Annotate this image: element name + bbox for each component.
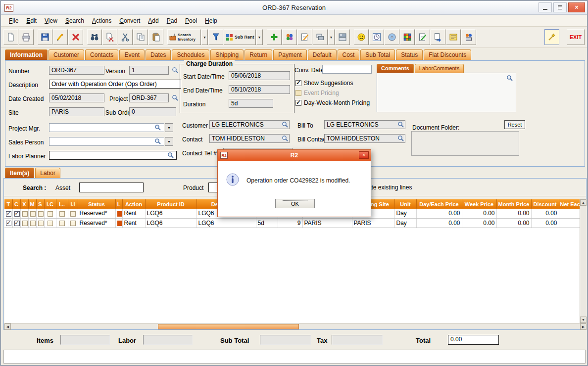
row-checkbox-cell[interactable] (44, 209, 56, 218)
export-button[interactable] (431, 29, 445, 45)
tab-labor-comments[interactable]: LaborComments (415, 64, 464, 73)
grid-column-header-17[interactable]: Unit (394, 199, 416, 209)
scroll-left-arrow[interactable]: ◀ (4, 323, 11, 330)
row-checkbox-icon[interactable] (30, 221, 36, 226)
tab-flat-discounts[interactable]: Flat Discounts (424, 49, 471, 60)
grid-column-header-1[interactable]: C (12, 199, 20, 209)
edit-note-button[interactable] (297, 29, 312, 45)
contact-search-icon[interactable] (282, 135, 289, 142)
row-checkbox-cell[interactable] (68, 218, 78, 228)
event-pricing-checkbox[interactable]: Event Pricing (295, 90, 339, 96)
row-checkbox-cell[interactable] (56, 218, 68, 228)
cube-button[interactable] (400, 29, 415, 45)
balls-print-button[interactable] (461, 29, 476, 45)
ok-button[interactable]: OK (275, 199, 315, 208)
print-button[interactable] (19, 29, 34, 45)
tab-status[interactable]: Status (396, 49, 423, 60)
tab-shipping[interactable]: Shipping (210, 49, 244, 60)
tab-cost[interactable]: Cost (338, 49, 360, 60)
close-button[interactable]: × (568, 2, 585, 12)
row-checkbox-icon[interactable] (22, 221, 28, 226)
project-mgr-field[interactable] (49, 123, 164, 132)
menu-item-view[interactable]: View (41, 16, 61, 26)
funnel-button[interactable] (208, 29, 223, 45)
grid-column-header-5[interactable]: I.C (44, 199, 56, 209)
table-row[interactable]: Reserved*RentLGQ6LGQ65d9PARISPARISDay0.0… (4, 218, 580, 228)
project-mgr-dropdown[interactable]: ▼ (165, 123, 173, 132)
tab-payment[interactable]: Payment (273, 49, 306, 60)
row-checkbox-icon[interactable] (48, 211, 53, 217)
save-button[interactable] (38, 29, 52, 45)
row-checkbox-cell[interactable] (4, 209, 12, 218)
grid-column-header-21[interactable]: Discount (531, 199, 559, 209)
bill-contact-field[interactable]: TOM HIDDLESTON (324, 134, 405, 143)
row-checkbox-cell[interactable] (28, 218, 36, 228)
search-inventory-dropdown[interactable]: ▼ (201, 29, 208, 45)
row-checkbox-icon[interactable] (6, 211, 11, 217)
delete-button[interactable] (68, 29, 83, 45)
site-field[interactable]: PARIS (49, 107, 104, 116)
tab-event[interactable]: Event (119, 49, 145, 60)
row-checkbox-cell[interactable] (44, 218, 56, 228)
duration-field[interactable]: 5d (229, 99, 273, 108)
row-checkbox-cell[interactable] (20, 209, 28, 218)
tab-items[interactable]: Item(s) (5, 168, 34, 178)
number-field[interactable]: ORD-367 (49, 66, 104, 75)
bill-to-search-icon[interactable] (397, 121, 404, 128)
row-checkbox-icon[interactable] (70, 211, 76, 217)
tab-comments[interactable]: Comments (377, 64, 414, 73)
notes-list-button[interactable] (446, 29, 461, 45)
project-mgr-search-icon[interactable] (154, 124, 161, 131)
row-checkbox-cell[interactable] (68, 209, 78, 218)
grid-column-header-9[interactable]: L (115, 199, 122, 209)
grid-column-header-4[interactable]: S (36, 199, 44, 209)
cards-dropdown[interactable]: ▼ (328, 29, 335, 45)
tab-customer[interactable]: Customer (49, 49, 84, 60)
customer-search-icon[interactable] (282, 121, 289, 128)
grid-column-header-2[interactable]: X (20, 199, 28, 209)
row-checkbox-icon[interactable] (22, 211, 28, 217)
scroll-right-arrow[interactable]: ▶ (580, 323, 587, 330)
edit-button[interactable] (53, 29, 68, 45)
version-search-icon[interactable] (172, 67, 179, 74)
tab-dates[interactable]: Dates (146, 49, 171, 60)
show-suggestions-checkbox[interactable]: Show Suggestions (295, 80, 353, 87)
row-checkbox-cell[interactable] (36, 218, 44, 228)
day-week-month-checkbox[interactable]: Day-Week-Month Pricing (295, 99, 370, 106)
cut-item-button[interactable] (102, 29, 117, 45)
tab-contacts[interactable]: Contacts (85, 49, 118, 60)
start-date-field[interactable]: 05/06/2018 (229, 71, 290, 80)
menu-item-pool[interactable]: Pool (181, 16, 201, 26)
row-checkbox-cell[interactable] (56, 209, 68, 218)
row-checkbox-cell[interactable] (12, 209, 20, 218)
row-checkbox-icon[interactable] (14, 221, 20, 226)
checkbox-icon[interactable] (295, 100, 301, 106)
sales-person-dropdown[interactable]: ▼ (165, 137, 173, 146)
grid-column-header-8[interactable]: Status (78, 199, 115, 209)
dialog-close-button[interactable]: × (359, 151, 369, 159)
contact-field[interactable]: TOM HIDDLESTON (209, 134, 290, 143)
menu-item-add[interactable]: Add (144, 16, 162, 26)
row-checkbox-icon[interactable] (38, 221, 44, 226)
customer-field[interactable]: LG ELECTRONICS (209, 120, 290, 129)
tab-sub-total[interactable]: Sub Total (360, 49, 395, 60)
grid-column-header-18[interactable]: Day/Each Price (416, 199, 462, 209)
project-search-icon[interactable] (172, 94, 179, 101)
row-checkbox-cell[interactable] (20, 218, 28, 228)
new-document-button[interactable] (3, 29, 18, 45)
vertical-scrollbar[interactable]: ▲ ▼ (580, 199, 587, 323)
tab-information[interactable]: Information (5, 49, 48, 60)
version-field[interactable]: 1 (129, 66, 169, 75)
paste-button[interactable] (148, 29, 163, 45)
menu-item-search[interactable]: Search (61, 16, 88, 26)
edit-note-green-button[interactable] (415, 29, 430, 45)
exit-button[interactable]: EXIT (567, 29, 585, 45)
bill-contact-search-icon[interactable] (397, 135, 404, 142)
comments-textarea[interactable] (377, 73, 516, 112)
dialog-title-bar[interactable]: R2 R2 × (218, 150, 371, 161)
sales-person-search-icon[interactable] (154, 138, 161, 145)
comments-search-icon[interactable] (506, 75, 513, 82)
menu-item-pad[interactable]: Pad (163, 16, 181, 26)
row-checkbox-icon[interactable] (70, 221, 76, 226)
menu-item-file[interactable]: File (5, 16, 22, 26)
